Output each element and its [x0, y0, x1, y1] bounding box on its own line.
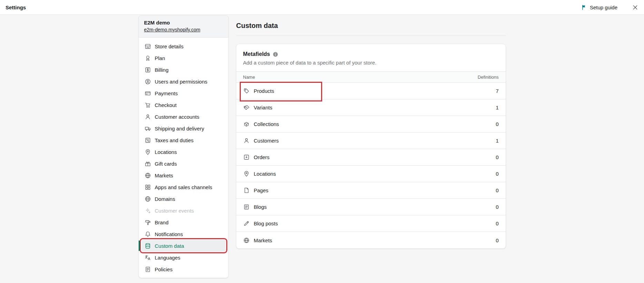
sidebar-item-label: Plan — [155, 55, 165, 61]
plan-icon — [145, 55, 151, 61]
location-icon — [243, 170, 250, 177]
column-name: Name — [243, 75, 255, 80]
sidebar-item[interactable]: Checkout — [141, 99, 226, 111]
setup-guide-button[interactable]: Setup guide — [581, 4, 617, 10]
sidebar-item-label: Locations — [155, 149, 177, 155]
custom-data-icon — [145, 243, 151, 249]
sidebar-item[interactable]: Custom data — [141, 240, 226, 252]
store-header: E2M demo e2m-demo.myshopify.com — [139, 16, 228, 38]
metafield-row-label: Blog posts — [254, 221, 278, 226]
metafield-row[interactable]: Orders 0 — [236, 149, 506, 166]
sidebar-item-label: Shipping and delivery — [155, 126, 204, 131]
sidebar-item[interactable]: Plan — [141, 52, 226, 64]
metafield-row-count: 0 — [496, 204, 498, 210]
customer-events-icon — [145, 207, 151, 214]
metafield-row[interactable]: Markets 0 — [236, 232, 506, 248]
metafield-row-label: Orders — [254, 154, 270, 160]
sidebar-item[interactable]: Users and permissions — [141, 76, 226, 87]
sidebar-item[interactable]: Taxes and duties — [141, 134, 226, 146]
metafield-row-count: 0 — [496, 121, 498, 127]
sidebar-item[interactable]: Brand — [141, 216, 226, 228]
sidebar-item[interactable]: Customer events — [141, 205, 226, 216]
store-domain-link[interactable]: e2m-demo.myshopify.com — [144, 27, 200, 32]
metafield-row-label: Variants — [254, 105, 273, 110]
sidebar-item-label: Gift cards — [155, 161, 177, 167]
metafield-row[interactable]: Customers 1 — [236, 133, 506, 149]
location-icon — [145, 149, 151, 155]
metafields-card: Metafields Add a custom piece of data to… — [236, 44, 506, 248]
domains-icon — [145, 196, 151, 202]
sidebar-item[interactable]: Policies — [141, 263, 226, 275]
setup-guide-label: Setup guide — [590, 4, 617, 10]
sidebar-item[interactable]: Markets — [141, 169, 226, 181]
metafield-row-count: 1 — [496, 138, 498, 144]
metafield-row[interactable]: Blogs 0 — [236, 199, 506, 215]
variants-icon — [243, 104, 250, 111]
apps-icon — [145, 184, 151, 191]
metafield-row-count: 0 — [496, 221, 498, 226]
metafield-row[interactable]: Products 7 — [236, 83, 506, 99]
metafield-row-label: Customers — [254, 138, 279, 144]
sidebar-menu: Store details Plan Billing Users and per… — [139, 38, 228, 278]
metafield-row-label: Markets — [254, 237, 272, 243]
sidebar-item-label: Languages — [155, 255, 180, 261]
metafield-row[interactable]: Locations 0 — [236, 166, 506, 182]
page-title: Custom data — [236, 22, 506, 36]
blog-icon — [243, 204, 250, 210]
sidebar-item[interactable]: Domains — [141, 193, 226, 205]
sidebar-item-label: Markets — [155, 173, 173, 178]
metafield-row-label: Collections — [254, 121, 279, 127]
sidebar-item-label: Billing — [155, 67, 169, 73]
sidebar-item-label: Policies — [155, 266, 173, 272]
globe-icon — [243, 237, 250, 244]
sidebar-item[interactable]: Store details — [141, 40, 226, 52]
blog-post-icon — [243, 220, 250, 227]
customer-icon — [243, 137, 250, 144]
shipping-icon — [145, 125, 151, 132]
metafield-row[interactable]: Pages 0 — [236, 182, 506, 199]
metafield-row-count: 0 — [496, 154, 498, 160]
sidebar-item-label: Custom data — [155, 243, 184, 249]
settings-title: Settings — [6, 4, 26, 10]
sidebar-item[interactable]: Payments — [141, 87, 226, 99]
billing-icon — [145, 67, 151, 73]
languages-icon — [145, 254, 151, 261]
sidebar-item-label: Checkout — [155, 102, 177, 108]
sidebar-item[interactable]: Gift cards — [141, 158, 226, 169]
sidebar-item[interactable]: Notifications — [141, 228, 226, 240]
info-icon[interactable] — [273, 51, 278, 57]
metafields-subtitle: Add a custom piece of data to a specific… — [243, 60, 499, 66]
sidebar-item-label: Notifications — [155, 231, 183, 237]
payments-icon — [145, 90, 151, 97]
orders-icon — [243, 154, 250, 160]
sidebar-item-label: Domains — [155, 196, 175, 202]
sidebar-item[interactable]: Languages — [141, 252, 226, 263]
policies-icon — [145, 266, 151, 273]
gift-card-icon — [145, 160, 151, 167]
sidebar-item[interactable]: Locations — [141, 146, 226, 158]
metafield-row-count: 0 — [496, 171, 498, 177]
sidebar-item-label: Payments — [155, 90, 178, 96]
sidebar-item-label: Customer events — [155, 208, 194, 214]
close-icon[interactable] — [632, 4, 638, 11]
metafield-row[interactable]: Variants 1 — [236, 99, 506, 116]
metafield-row-count: 7 — [496, 88, 498, 94]
sidebar-item[interactable]: Customer accounts — [141, 111, 226, 123]
topbar: Settings Setup guide — [0, 0, 644, 15]
main-panel: Custom data Metafields Add a custom piec… — [236, 22, 506, 248]
sidebar-item-label: Users and permissions — [155, 79, 208, 85]
sidebar-item-label: Customer accounts — [155, 114, 199, 120]
sidebar-item[interactable]: Billing — [141, 64, 226, 76]
metafield-row-label: Pages — [254, 187, 269, 193]
column-definitions: Definitions — [478, 75, 499, 80]
sidebar-item[interactable]: Shipping and delivery — [141, 123, 226, 134]
metafield-row[interactable]: Collections 0 — [236, 116, 506, 133]
brand-icon — [145, 219, 151, 226]
collections-icon — [243, 121, 250, 127]
metafields-table: Products 7 Variants 1 Collections — [236, 83, 506, 248]
metafield-row[interactable]: Blog posts 0 — [236, 215, 506, 232]
users-icon — [145, 78, 151, 85]
sidebar-item[interactable]: Apps and sales channels — [141, 181, 226, 193]
metafield-row-count: 1 — [496, 105, 498, 110]
store-name: E2M demo — [144, 20, 223, 26]
